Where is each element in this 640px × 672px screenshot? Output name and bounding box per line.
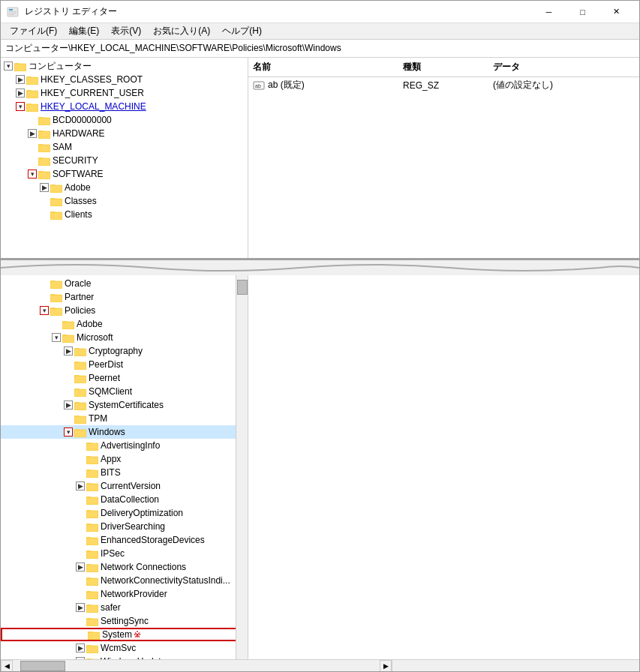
expander-wcmsvc[interactable]: ▶ xyxy=(74,642,86,654)
svg-rect-119 xyxy=(86,618,92,620)
tree-item-peernet[interactable]: Peernet xyxy=(1,371,248,385)
tree-item-partner[interactable]: Partner xyxy=(1,290,248,304)
tree-item-tpm[interactable]: TPM xyxy=(1,412,248,425)
tree-item-advertisinginfo[interactable]: AdvertisingInfo xyxy=(1,439,248,452)
expander-computer[interactable]: ▾ xyxy=(2,60,14,72)
expand-box-currentversion[interactable]: ▶ xyxy=(76,482,85,490)
tree-item-policies[interactable]: ▾ Policies xyxy=(1,304,248,317)
folder-icon-classes xyxy=(50,196,62,206)
expand-box-hkcr[interactable]: ▶ xyxy=(16,75,25,84)
tree-item-driversearching[interactable]: DriverSearching xyxy=(1,520,248,533)
scroll-left-btn[interactable]: ◀ xyxy=(1,660,13,672)
tree-item-appx[interactable]: Appx xyxy=(1,452,248,466)
vertical-scrollbar[interactable] xyxy=(236,275,248,659)
tree-item-hkcu[interactable]: ▶ HKEY_CURRENT_USER xyxy=(1,86,248,100)
tree-item-settingsync[interactable]: SettingSync xyxy=(1,614,248,628)
tree-item-systemcertificates[interactable]: ▶ SystemCertificates xyxy=(1,398,248,412)
tree-item-windowsupdate[interactable]: ▶ WindowsUpdate xyxy=(1,655,248,659)
maximize-button[interactable]: □ xyxy=(566,1,599,23)
expand-box-hkcu[interactable]: ▶ xyxy=(16,88,25,98)
tree-item-peerdist[interactable]: PeerDist xyxy=(1,358,248,371)
expand-box-software[interactable]: ▾ xyxy=(28,170,37,178)
tree-item-sam[interactable]: SAM xyxy=(1,140,248,154)
tree-item-adobe-top[interactable]: ▶ Adobe xyxy=(1,181,248,194)
expander-software[interactable]: ▾ xyxy=(26,168,38,180)
tree-item-networkconnections[interactable]: ▶ Network Connections xyxy=(1,560,248,574)
tree-item-enhancedstoragedevices[interactable]: EnhancedStorageDevices xyxy=(1,533,248,547)
svg-rect-50 xyxy=(50,308,56,310)
tree-item-clients[interactable]: Clients xyxy=(1,208,248,221)
tree-item-networkconnectivitystatusindicator[interactable]: NetworkConnectivityStatusIndi... xyxy=(1,574,248,587)
svg-rect-1 xyxy=(9,9,13,10)
tree-item-adobe-pol[interactable]: Adobe xyxy=(1,317,248,331)
expand-box-policies[interactable]: ▾ xyxy=(40,306,49,315)
tree-item-classes[interactable]: Classes xyxy=(1,194,248,208)
expander-windowsupdate[interactable]: ▶ xyxy=(74,656,86,659)
expand-box-cryptography[interactable]: ▶ xyxy=(64,346,73,356)
scrollbar-thumb-vertical[interactable] xyxy=(237,280,248,295)
scrollbar-thumb-h[interactable] xyxy=(20,661,65,671)
tree-item-microsoft[interactable]: ▾ Microsoft xyxy=(1,331,248,344)
expand-box-adobe-top[interactable]: ▶ xyxy=(40,183,49,192)
tree-item-computer[interactable]: ▾ コンピューター xyxy=(1,59,248,73)
expander-adobe-top[interactable]: ▶ xyxy=(38,182,50,194)
svg-rect-68 xyxy=(74,388,80,391)
tree-item-bcd[interactable]: BCD00000000 xyxy=(1,113,248,127)
expander-microsoft[interactable]: ▾ xyxy=(50,332,62,344)
menu-file[interactable]: ファイル(F) xyxy=(4,23,63,39)
expand-box-microsoft[interactable]: ▾ xyxy=(52,333,61,342)
tree-item-safer[interactable]: ▶ safer xyxy=(1,601,248,614)
expand-box-safer[interactable]: ▶ xyxy=(76,603,85,612)
tree-item-wcmsvc[interactable]: ▶ WcmSvc xyxy=(1,641,248,655)
tree-item-software[interactable]: ▾ SOFTWARE xyxy=(1,167,248,181)
expander-windows[interactable]: ▾ xyxy=(62,426,74,438)
tree-item-bits[interactable]: BITS xyxy=(1,466,248,479)
expand-box-networkconnections[interactable]: ▶ xyxy=(76,562,85,572)
expand-box-systemcertificates[interactable]: ▶ xyxy=(64,400,73,410)
expander-policies[interactable]: ▾ xyxy=(38,304,50,316)
tree-item-hardware[interactable]: ▶ HARDWARE xyxy=(1,127,248,140)
folder-icon-windowsupdate xyxy=(86,656,98,659)
tree-item-security[interactable]: SECURITY xyxy=(1,154,248,167)
tree-item-system[interactable]: System ※ xyxy=(1,628,248,641)
expander-systemcertificates[interactable]: ▶ xyxy=(62,399,74,411)
svg-rect-30 xyxy=(38,171,44,173)
tree-item-hklm[interactable]: ▾ HKEY_LOCAL_MACHINE xyxy=(1,100,248,113)
expand-box-computer[interactable]: ▾ xyxy=(4,62,13,70)
tree-item-oracle[interactable]: Oracle xyxy=(1,277,248,290)
tree-item-datacollection[interactable]: DataCollection xyxy=(1,493,248,506)
svg-rect-9 xyxy=(26,76,32,79)
tree-item-deliveryoptimization[interactable]: DeliveryOptimization xyxy=(1,506,248,520)
expand-box-hardware[interactable]: ▶ xyxy=(28,129,37,138)
menu-help[interactable]: ヘルプ(H) xyxy=(216,23,268,39)
menu-favorites[interactable]: お気に入り(A) xyxy=(147,23,216,39)
expander-cryptography[interactable]: ▶ xyxy=(62,345,74,357)
expander-hklm[interactable]: ▾ xyxy=(14,100,26,112)
tree-item-sqmclient[interactable]: SQMClient xyxy=(1,385,248,398)
tree-item-networkprovider[interactable]: NetworkProvider xyxy=(1,587,248,601)
registry-row-default[interactable]: ab ab (既定) REG_SZ (値の設定なし) xyxy=(248,77,639,92)
expander-hkcr[interactable]: ▶ xyxy=(14,74,26,86)
tree-item-hkcr[interactable]: ▶ HKEY_CLASSES_ROOT xyxy=(1,73,248,86)
top-pane: ▾ コンピューター ▶ HKEY_CL xyxy=(1,58,639,260)
reg-ab-icon: ab xyxy=(253,80,265,91)
close-button[interactable]: ✕ xyxy=(599,1,633,23)
expander-safer[interactable]: ▶ xyxy=(74,602,86,614)
tree-item-cryptography[interactable]: ▶ Cryptography xyxy=(1,344,248,358)
tree-item-currentversion[interactable]: ▶ CurrentVersion xyxy=(1,479,248,493)
label-wcmsvc: WcmSvc xyxy=(101,643,136,653)
expand-box-hklm[interactable]: ▾ xyxy=(16,102,25,111)
tree-item-windows[interactable]: ▾ Windows xyxy=(1,425,248,439)
expand-box-wcmsvc[interactable]: ▶ xyxy=(76,644,85,652)
minimize-button[interactable]: ─ xyxy=(532,1,566,23)
scroll-right-btn[interactable]: ▶ xyxy=(380,660,392,672)
expander-currentversion[interactable]: ▶ xyxy=(74,480,86,492)
expander-hardware[interactable]: ▶ xyxy=(26,128,38,140)
svg-rect-36 xyxy=(50,198,56,200)
expand-box-windows[interactable]: ▾ xyxy=(64,428,73,436)
tree-item-ipsec[interactable]: IPSec xyxy=(1,547,248,560)
expander-hkcu[interactable]: ▶ xyxy=(14,87,26,99)
menu-edit[interactable]: 編集(E) xyxy=(63,23,105,39)
expander-networkconnections[interactable]: ▶ xyxy=(74,561,86,573)
menu-view[interactable]: 表示(V) xyxy=(105,23,147,39)
